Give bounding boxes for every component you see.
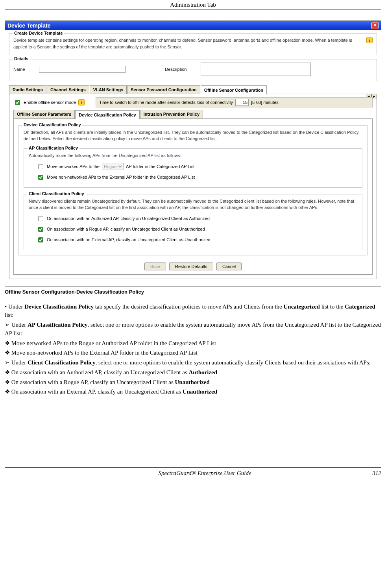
tab-vlan-settings[interactable]: VLAN Settings bbox=[90, 85, 127, 94]
ap-opt2-label: Move non-networked APs to the External A… bbox=[47, 175, 195, 179]
doc-bullet-2: Under AP Classification Policy, select o… bbox=[5, 321, 381, 338]
save-button[interactable]: Save bbox=[144, 263, 166, 270]
description-field[interactable] bbox=[201, 63, 311, 76]
description-label: Description bbox=[165, 67, 187, 72]
button-row: Save Restore Defaults Cancel bbox=[18, 263, 368, 270]
doc-bullet-4: Move non-networked APs to the External A… bbox=[5, 349, 381, 357]
restore-defaults-button[interactable]: Restore Defaults bbox=[169, 263, 213, 270]
document-body: Under Device Classification Policy tab s… bbox=[5, 303, 381, 397]
offline-time-stepper[interactable] bbox=[235, 99, 249, 106]
dcp-legend: Device Classification Policy bbox=[22, 122, 83, 127]
ap-policy-box: AP Classification Policy Automatically m… bbox=[24, 148, 362, 188]
doc-bullet-7: On association with a Rogue AP, classify… bbox=[5, 378, 381, 387]
tab-channel-settings[interactable]: Channel Settings bbox=[47, 85, 89, 94]
ap-policy-legend: AP Classification Policy bbox=[27, 146, 79, 150]
dialog-titlebar: Device Template × bbox=[5, 21, 381, 30]
ap-opt2-checkbox[interactable] bbox=[38, 175, 43, 180]
top-tabs: Radio Settings Channel Settings VLAN Set… bbox=[9, 85, 377, 94]
client-opt3-label: On association with an External AP, clas… bbox=[47, 237, 211, 242]
dcp-desc: On detection, all APs and clients are in… bbox=[24, 129, 362, 142]
tab-radio-settings[interactable]: Radio Settings bbox=[9, 85, 46, 94]
doc-bullet-6: On association with an Authorized AP, cl… bbox=[5, 368, 381, 377]
page-footer: SpectraGuard® Enterprise User Guide 312 bbox=[5, 467, 381, 481]
tab-offline-sensor-config[interactable]: Offline Sensor Configuration bbox=[201, 85, 267, 94]
cancel-button[interactable]: Cancel bbox=[216, 263, 242, 270]
sub-tabs: Offline Sensor Parameters Device Classif… bbox=[13, 110, 373, 119]
doc-bullet-8: On association with an External AP, clas… bbox=[5, 388, 381, 396]
tab-sensor-password[interactable]: Sensor Password Configuration bbox=[127, 85, 200, 94]
create-template-legend: Create Device Template bbox=[13, 31, 64, 35]
client-opt3-checkbox[interactable] bbox=[38, 237, 43, 242]
client-opt2-checkbox[interactable] bbox=[38, 227, 43, 232]
details-fieldset: Details Name Description bbox=[9, 59, 377, 81]
ap-opt1-checkbox[interactable] bbox=[38, 164, 43, 169]
ap-policy-intro: Automatically move the following APs fro… bbox=[29, 153, 357, 159]
create-template-desc: Device template contains settings for op… bbox=[13, 37, 362, 50]
info-icon[interactable]: i bbox=[366, 37, 373, 43]
info-icon[interactable]: i bbox=[78, 99, 85, 105]
footer-title: SpectraGuard® Enterprise User Guide bbox=[52, 470, 358, 477]
client-opt1-checkbox[interactable] bbox=[38, 216, 43, 221]
client-opt2-label: On association with a Rogue AP, classify… bbox=[47, 227, 205, 231]
doc-bullet-3: Move networked APs to the Rogue or Autho… bbox=[5, 339, 381, 348]
details-legend: Details bbox=[13, 56, 30, 61]
doc-bullet-1: Under Device Classification Policy tab s… bbox=[5, 303, 381, 320]
tab-intrusion-prevention-policy[interactable]: Intrusion Prevention Policy bbox=[140, 110, 203, 119]
enable-offline-label: Enable offline sensor mode bbox=[24, 100, 76, 105]
name-field[interactable] bbox=[39, 66, 126, 73]
offline-config-panel: Enable offline sensor mode i Time to swi… bbox=[9, 94, 377, 279]
create-template-fieldset: Create Device Template Device template c… bbox=[9, 33, 377, 55]
client-opt1-label: On association with an Authorized AP, cl… bbox=[47, 216, 210, 221]
doc-bullet-5: Under Client Classification Policy, sele… bbox=[5, 359, 381, 367]
name-label: Name bbox=[13, 67, 25, 72]
dialog-title: Device Template bbox=[7, 22, 50, 29]
client-policy-intro: Newly discovered clients remain Uncatego… bbox=[29, 198, 357, 211]
figure-caption: Offline Sensor Configuration-Device Clas… bbox=[5, 289, 381, 295]
client-policy-legend: Client Classification Policy bbox=[27, 191, 86, 196]
device-template-dialog: Device Template × Create Device Template… bbox=[5, 20, 381, 287]
close-icon[interactable]: × bbox=[371, 22, 379, 29]
dcp-fieldset: Device Classification Policy On detectio… bbox=[18, 125, 368, 255]
tab-offline-sensor-params[interactable]: Offline Sensor Parameters bbox=[13, 110, 75, 119]
dcp-panel: Device Classification Policy On detectio… bbox=[13, 119, 373, 275]
enable-offline-checkbox[interactable] bbox=[15, 100, 20, 105]
offline-time-label: Time to switch to offline mode after sen… bbox=[99, 100, 233, 105]
page-header: Administration Tab bbox=[5, 0, 381, 9]
ap-opt1-post: AP folder in the Categorized AP List bbox=[126, 164, 194, 169]
client-policy-box: Client Classification Policy Newly disco… bbox=[24, 194, 362, 250]
ap-opt1-pre: Move networked APs to the bbox=[47, 164, 100, 169]
ap-opt1-select[interactable]: Rogue bbox=[102, 163, 124, 170]
footer-page-number: 312 bbox=[358, 470, 381, 477]
tab-device-classification-policy[interactable]: Device Classification Policy bbox=[75, 110, 140, 119]
offline-time-range: [5-60] minutes bbox=[251, 100, 279, 105]
offline-time-panel: Time to switch to offline mode after sen… bbox=[96, 97, 373, 107]
